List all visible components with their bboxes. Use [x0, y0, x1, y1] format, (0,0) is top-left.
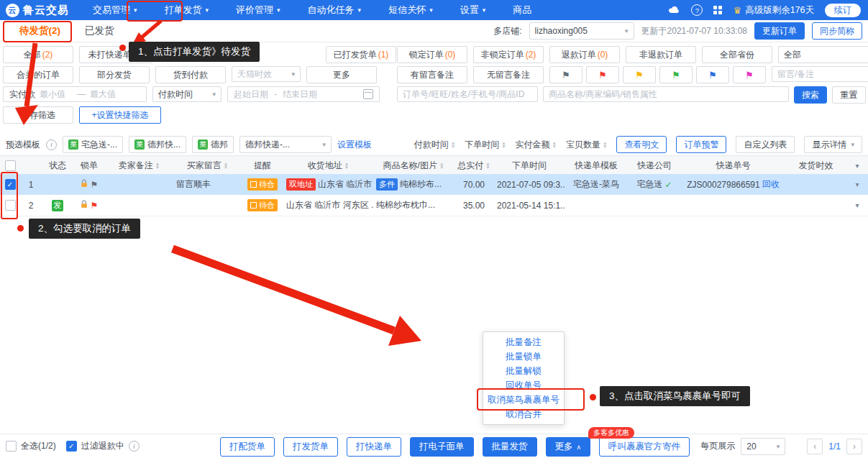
filter-refund-orders[interactable]: 退款订单(0): [549, 46, 620, 63]
date-range-picker[interactable]: 起始日期 - 结束日期: [227, 86, 380, 102]
filter-all-provinces[interactable]: 全部省份: [702, 46, 772, 63]
row-expand-caret[interactable]: ▾: [855, 201, 859, 209]
tab-shipped[interactable]: 已发货: [73, 24, 127, 37]
filter-flag-gray[interactable]: ⚑: [549, 66, 583, 83]
filter-refund-checkbox[interactable]: ✓: [66, 441, 77, 452]
prev-page-button[interactable]: ‹: [807, 439, 823, 454]
province-select[interactable]: 全部▾: [778, 46, 868, 63]
col-address[interactable]: 收货地址▲▼: [283, 156, 373, 175]
update-orders-button[interactable]: 更新订单: [754, 22, 805, 40]
row-checkbox[interactable]: ✓: [5, 179, 16, 190]
filter-all-orders[interactable]: 全部(2): [3, 46, 73, 63]
sort-order-time[interactable]: 下单时间▲▼: [465, 139, 506, 151]
save-filter-button[interactable]: 保存筛选: [3, 106, 73, 124]
next-page-button[interactable]: ›: [846, 439, 862, 454]
pay-time-select[interactable]: 付款时间▾: [152, 86, 221, 102]
more-button[interactable]: 更多∧: [546, 437, 591, 457]
menu-item-cancel-merge[interactable]: 取消合并: [483, 407, 564, 421]
filter-flag-blue[interactable]: ⚑: [696, 66, 729, 83]
reset-button[interactable]: 重置: [832, 86, 866, 104]
table-row[interactable]: ✓ 1 ⚑ 留言顺丰 待合 双地址山东省 临沂市 ... 多件纯棉纱布... 7…: [0, 174, 868, 196]
cloud-icon[interactable]: [668, 5, 680, 16]
filter-flag-magenta[interactable]: ⚑: [733, 66, 766, 83]
search-button[interactable]: 搜索: [794, 86, 827, 104]
row-checkbox[interactable]: [5, 200, 16, 211]
menu-item-sms-care[interactable]: 短信关怀▾: [375, 0, 447, 20]
filter-flag-yellow[interactable]: ⚑: [623, 66, 656, 83]
menu-item-trade-management[interactable]: 交易管理▾: [79, 0, 151, 20]
button-label: 显示详情: [812, 139, 846, 151]
renew-button[interactable]: 续订: [825, 4, 861, 17]
per-page-select[interactable]: 20▾: [741, 438, 785, 455]
menu-item-recycle-number[interactable]: 回收单号: [483, 378, 564, 393]
max-amount-input[interactable]: [90, 88, 123, 101]
col-seller-note[interactable]: 卖家备注▲▼: [105, 156, 173, 175]
recycle-link[interactable]: 回收: [762, 178, 780, 191]
set-template-link[interactable]: 设置模板: [337, 139, 372, 151]
order-warning-button[interactable]: 订单预警: [676, 136, 726, 153]
col-item[interactable]: 商品名称/图片▲▼: [373, 156, 454, 175]
shop-select[interactable]: lizhaoxing005 ▾: [529, 22, 634, 40]
filter-locked-orders[interactable]: 锁定订单(0): [397, 46, 467, 63]
template-chip-zjs[interactable]: 菜宅急送-...: [63, 136, 123, 153]
filter-flag-green[interactable]: ⚑: [659, 66, 693, 83]
sort-item-qty[interactable]: 宝贝数量▲▼: [566, 139, 607, 151]
table-row[interactable]: 2 发 ⚑ 待合 山东省 临沂市 河东区 ... 纯棉纱布枕巾... 35.00…: [0, 195, 868, 216]
tab-pending-shipment[interactable]: 待发货(2): [7, 24, 73, 37]
row-expand-caret[interactable]: ▾: [855, 180, 859, 188]
filter-printed-ship-list[interactable]: 已打发货单(1): [326, 46, 396, 63]
apps-grid-icon[interactable]: [713, 6, 722, 14]
filter-merged-orders[interactable]: 合并的订单: [3, 66, 73, 83]
product-search-input[interactable]: [543, 86, 789, 102]
print-pick-list-button[interactable]: 打配货单: [220, 437, 275, 457]
quick-filter-button[interactable]: +设置快捷筛选: [79, 106, 161, 124]
menu-item-settings[interactable]: 设置▾: [447, 0, 500, 20]
min-amount-input[interactable]: [40, 88, 73, 101]
show-detail-button[interactable]: 显示详情▾: [804, 136, 862, 153]
menu-item-review-management[interactable]: 评价管理▾: [222, 0, 294, 20]
col-buyer-message[interactable]: 买家留言▲▼: [173, 156, 242, 175]
print-ship-list-button[interactable]: 打发货单: [283, 437, 338, 457]
filter-more-button[interactable]: 更多: [306, 66, 377, 83]
menu-item-automation[interactable]: 自动化任务▾: [294, 0, 375, 20]
order-search-input[interactable]: [397, 86, 538, 102]
print-express-button[interactable]: 打快递单: [347, 437, 401, 457]
print-eorder-button[interactable]: 打电子面单: [410, 437, 474, 457]
help-icon[interactable]: ?: [691, 4, 703, 16]
filter-no-note[interactable]: 无留言备注: [473, 66, 544, 83]
menu-item-products[interactable]: 商品: [499, 0, 545, 20]
template-select[interactable]: 德邦快递-...▾: [239, 136, 332, 153]
info-icon[interactable]: i: [129, 441, 140, 452]
filter-flag-red[interactable]: ⚑: [586, 66, 619, 83]
header-expand-caret[interactable]: ▾: [855, 162, 859, 170]
lock-icon[interactable]: [81, 200, 88, 211]
filter-non-refund-orders[interactable]: 非退款订单: [626, 46, 696, 63]
info-icon[interactable]: i: [46, 139, 57, 150]
sort-paid-amount[interactable]: 实付金额▲▼: [516, 139, 557, 151]
menu-item-batch-unlock[interactable]: 批量解锁: [483, 364, 564, 378]
filter-cod[interactable]: 货到付款: [155, 66, 226, 83]
menu-item-batch-lock[interactable]: 批量锁单: [483, 349, 564, 364]
menu-item-print-ship[interactable]: 打单发货▾: [151, 0, 223, 20]
template-chip-deppon[interactable]: 菜德邦: [192, 136, 234, 153]
select-all-checkbox[interactable]: [5, 160, 16, 171]
filter-partial-shipment[interactable]: 部分发货: [79, 66, 150, 83]
sync-short-name-button[interactable]: 同步简称: [812, 22, 862, 40]
note-search-input[interactable]: [772, 66, 868, 82]
filter-unlocked-orders[interactable]: 非锁定订单(2): [473, 46, 544, 63]
batch-ship-button[interactable]: 批量发货: [483, 437, 537, 457]
custom-columns-button[interactable]: 自定义列表: [736, 136, 795, 153]
call-guoguo-button[interactable]: 呼叫裹裹官方寄件: [599, 437, 690, 457]
view-plaintext-button[interactable]: 查看明文: [616, 136, 667, 153]
menu-item-cancel-cainiao-number[interactable]: 取消菜鸟裹裹单号: [483, 393, 564, 407]
sort-pay-time[interactable]: 付款时间▲▼: [414, 139, 455, 151]
col-paid[interactable]: 总实付▲▼: [454, 156, 494, 175]
lock-icon[interactable]: [81, 179, 88, 190]
menu-item-batch-note[interactable]: 批量备注: [483, 335, 564, 349]
template-chip-deppon-express[interactable]: 菜德邦快...: [129, 136, 186, 153]
row-flag-icon[interactable]: ⚑: [91, 180, 99, 189]
tmall-sla-select[interactable]: 天猫时效▾: [232, 66, 301, 82]
select-all-footer-checkbox[interactable]: [6, 441, 17, 452]
filter-has-note[interactable]: 有留言备注: [397, 66, 467, 83]
row-flag-icon[interactable]: ⚑: [91, 201, 99, 210]
